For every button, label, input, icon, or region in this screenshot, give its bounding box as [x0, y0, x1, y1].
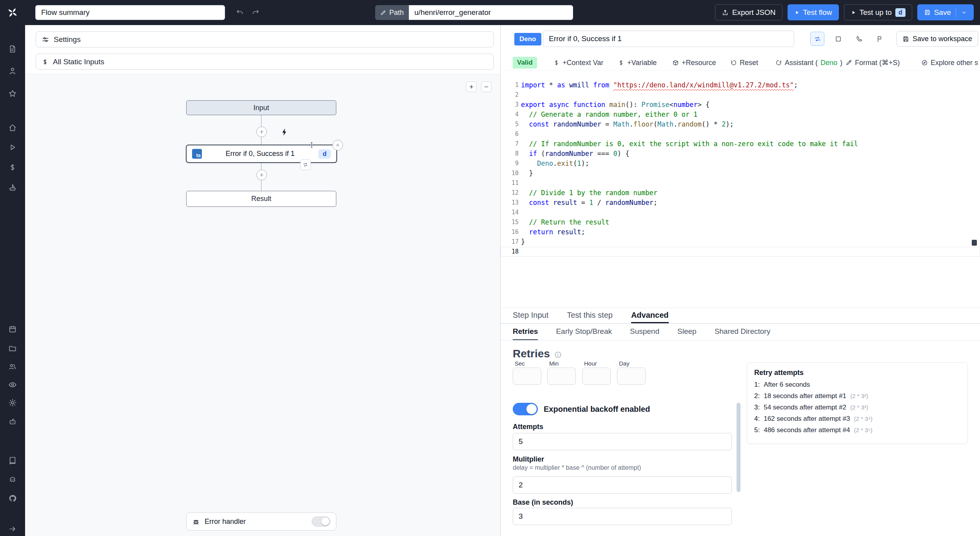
sidebar-home-button[interactable] — [0, 121, 25, 134]
toolbar-format-button[interactable]: Format (⌘+S) — [846, 58, 900, 67]
move-node-handle[interactable] — [307, 140, 316, 150]
toolbar-explore-button[interactable]: Explore other s — [921, 58, 978, 67]
attempts-input[interactable] — [513, 433, 732, 450]
info-icon[interactable] — [554, 351, 562, 359]
sidebar-bot-button[interactable] — [0, 415, 25, 428]
diff-icon-button[interactable] — [831, 32, 845, 46]
tab-test-this-step[interactable]: Test this step — [567, 308, 613, 323]
toolbar-reset-button[interactable]: Reset — [730, 58, 758, 67]
scrollbar-thumb[interactable] — [737, 403, 740, 492]
time-unit-input-sec[interactable] — [513, 368, 541, 385]
sidebar-star-button[interactable] — [0, 87, 25, 100]
subtab-suspend[interactable]: Suspend — [630, 324, 659, 340]
redo-button[interactable] — [249, 5, 263, 20]
error-handler-toggle[interactable] — [312, 516, 330, 527]
plus-icon — [259, 172, 265, 178]
home-icon — [8, 123, 17, 132]
retries-content: Retries SecMinHourDay Exponential backof… — [501, 340, 980, 536]
delete-node-button[interactable] — [332, 140, 343, 150]
toolbar-resource-button[interactable]: +Resource — [672, 58, 716, 67]
error-handler-row[interactable]: Error handler — [186, 512, 336, 531]
zoom-out-button[interactable]: − — [481, 81, 492, 92]
pencil-icon — [846, 59, 852, 66]
retry-attempts-title: Retry attempts — [754, 369, 960, 377]
export-icon — [722, 9, 729, 16]
loop-node-button[interactable] — [300, 159, 311, 170]
sidebar-discord-button[interactable] — [0, 473, 25, 486]
time-unit-input-hour[interactable] — [582, 368, 611, 385]
line-number: 13 — [501, 198, 519, 208]
line-number: 10 — [501, 168, 519, 178]
flag-icon-button[interactable] — [873, 32, 887, 46]
insert-step-button[interactable] — [256, 170, 267, 180]
flow-node-result[interactable]: Result — [186, 191, 336, 207]
sidebar-folder-button[interactable] — [0, 342, 25, 355]
code-editor[interactable]: 1import * as wmill from "https://deno.la… — [501, 71, 980, 308]
chevron-down-icon[interactable] — [961, 9, 967, 16]
zoom-in-button[interactable]: + — [466, 81, 477, 92]
save-button[interactable]: Save — [917, 4, 974, 20]
sidebar-document-button[interactable] — [0, 42, 25, 56]
subtab-early-stop-break[interactable]: Early Stop/Break — [556, 324, 612, 340]
tab-step-input[interactable]: Step Input — [513, 308, 548, 323]
toolbar-variable-button[interactable]: +Variable — [618, 58, 657, 67]
path-group: Path — [375, 5, 573, 20]
sidebar-user-button[interactable] — [0, 64, 25, 78]
subtab-shared-directory[interactable]: Shared Directory — [715, 324, 771, 340]
code-lines: 1import * as wmill from "https://deno.la… — [501, 80, 980, 257]
bolt-icon-button[interactable] — [279, 127, 290, 138]
multiplier-input[interactable] — [513, 476, 732, 494]
time-unit-label-day: Day — [619, 360, 630, 367]
sidebar-eye-button[interactable] — [0, 378, 25, 391]
undo-button[interactable] — [233, 5, 247, 20]
time-unit-input-day[interactable] — [617, 368, 646, 385]
windmill-logo[interactable] — [0, 0, 25, 25]
sidebar-dollar-button[interactable] — [0, 161, 25, 174]
step-name-input[interactable] — [543, 31, 794, 47]
test-flow-button[interactable]: Test flow — [788, 4, 839, 20]
time-unit-input-min[interactable] — [547, 368, 576, 385]
subtab-retries[interactable]: Retries — [513, 324, 538, 340]
sidebar-expand-button[interactable] — [0, 522, 25, 536]
flow-settings-button[interactable]: Settings — [36, 31, 494, 47]
path-input[interactable] — [409, 5, 573, 20]
phone-icon-button[interactable] — [852, 32, 866, 46]
export-icon — [722, 9, 729, 16]
sidebar-book-button[interactable] — [0, 454, 25, 467]
backoff-label: Exponential backoff enabled — [544, 405, 650, 414]
pencil-icon — [380, 10, 386, 16]
test-up-to-button[interactable]: Test up to d — [844, 4, 912, 20]
tab-advanced[interactable]: Advanced — [631, 308, 669, 323]
toolbar-assistant-button[interactable]: Assistant (Deno) — [775, 58, 842, 67]
scrollbar-mark[interactable] — [972, 240, 977, 246]
sidebar-play-button[interactable] — [0, 141, 25, 154]
flow-summary-input[interactable] — [35, 5, 225, 20]
save-to-workspace-button[interactable]: Save to workspace — [897, 31, 978, 47]
flag-icon — [876, 35, 884, 43]
sidebar-github-button[interactable] — [0, 492, 25, 505]
export-json-button[interactable]: Export JSON — [715, 4, 782, 20]
toolbar-context-var-button[interactable]: +Context Var — [553, 58, 603, 67]
flow-canvas[interactable]: + − Input ts Error if 0, Success if 1 d … — [25, 74, 500, 536]
flow-node-step[interactable]: ts Error if 0, Success if 1 d — [186, 145, 337, 163]
toggle-knob — [321, 518, 329, 525]
code-line: 8 if (randomNumber === 0) { — [501, 149, 980, 159]
sliders-icon — [42, 36, 49, 43]
step-node-label: Error if 0, Success if 1 — [202, 150, 318, 158]
line-number: 18 — [501, 247, 519, 257]
subtab-sleep[interactable]: Sleep — [677, 324, 697, 340]
base-input[interactable] — [513, 508, 732, 525]
exponential-backoff-toggle[interactable] — [513, 403, 538, 415]
line-number: 1 — [501, 80, 519, 90]
sync-icon-button[interactable] — [810, 32, 824, 46]
flow-node-input[interactable]: Input — [186, 100, 336, 115]
sidebar-ship-button[interactable] — [0, 181, 25, 194]
github-icon — [8, 494, 17, 503]
sidebar-users-button[interactable] — [0, 360, 25, 373]
dollar-icon — [42, 58, 49, 65]
retry-attempts-box: Retry attempts 1:After 6 seconds2:18 sec… — [747, 362, 968, 444]
sidebar-calendar-button[interactable] — [0, 322, 25, 336]
all-static-inputs-button[interactable]: All Static Inputs — [36, 54, 494, 70]
sidebar-gear-button[interactable] — [0, 396, 25, 409]
insert-step-button[interactable] — [256, 127, 267, 137]
